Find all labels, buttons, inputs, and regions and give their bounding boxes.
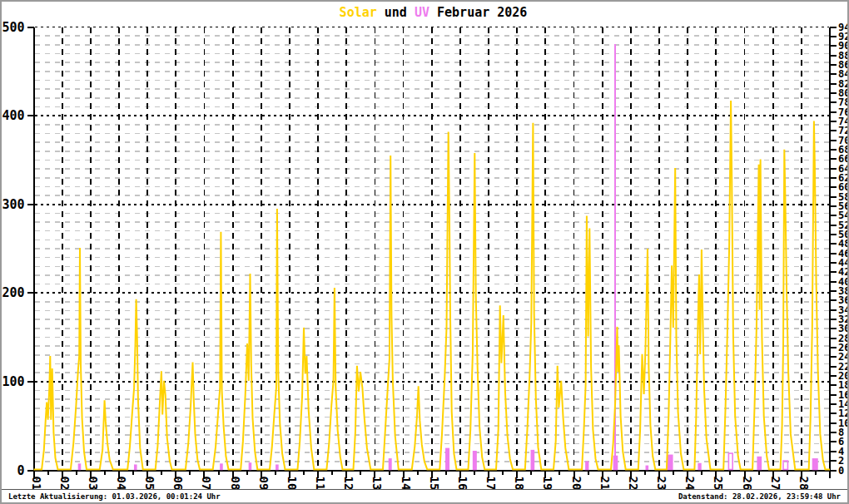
day-label: 15 <box>428 477 441 491</box>
uv-bar <box>135 465 137 469</box>
day-label: 08 <box>229 477 242 491</box>
day-label: 01 <box>30 477 43 491</box>
uv-bar <box>813 459 817 470</box>
left-axis-tick-label: 300 <box>2 197 24 212</box>
uv-bar <box>390 459 391 470</box>
day-label: 12 <box>342 477 355 491</box>
day-label: 06 <box>171 477 185 491</box>
day-label: 23 <box>655 477 668 491</box>
day-label: 21 <box>598 477 612 491</box>
day-label: 04 <box>115 477 128 491</box>
title-month-year: Februar 2026 <box>429 5 527 20</box>
day-label: 11 <box>314 477 327 491</box>
day-label: 24 <box>683 477 697 491</box>
uv-bar <box>668 455 672 469</box>
day-label: 26 <box>741 477 754 491</box>
day-label: 20 <box>570 477 583 491</box>
uv-bar <box>531 451 534 470</box>
uv-bar <box>474 452 476 470</box>
uv-bar <box>276 465 278 469</box>
day-label: 03 <box>87 477 100 491</box>
uv-bar <box>586 462 588 469</box>
left-axis-tick-label: 0 <box>17 463 24 478</box>
day-label: 22 <box>627 477 640 491</box>
left-axis-tick-label: 200 <box>2 285 24 300</box>
solar-uv-weather-chart: 0100200300400500024681012141618202224262… <box>0 0 849 504</box>
day-label: 28 <box>797 477 811 491</box>
left-axis-tick-label: 400 <box>2 108 24 123</box>
uv-bar <box>221 464 222 469</box>
day-label: 09 <box>257 477 271 491</box>
day-label: 05 <box>143 477 156 491</box>
left-axis-tick-label: 500 <box>2 20 24 35</box>
solar-series <box>34 101 831 470</box>
title-solar-word: Solar <box>340 5 377 20</box>
uv-bar <box>646 466 648 469</box>
day-label: 18 <box>513 477 526 491</box>
last-update-caption: Letzte Aktualisierung: 01.03.2026, 00:01… <box>8 492 221 501</box>
uv-bar <box>757 457 761 470</box>
day-label: 16 <box>456 477 469 491</box>
chart-canvas: 0100200300400500024681012141618202224262… <box>2 2 847 502</box>
right-axis-tick-label: 94 <box>838 22 847 33</box>
data-state-caption: Datenstand: 28.02.2026, 23:59:48 Uhr <box>678 492 841 501</box>
uv-bar <box>698 464 701 470</box>
uv-bar <box>249 463 251 470</box>
chart-title: Solar und UV Februar 2026 <box>35 5 832 20</box>
day-label: 13 <box>370 477 384 491</box>
day-label: 14 <box>400 477 413 491</box>
uv-bar <box>446 448 449 469</box>
title-uv-word: UV <box>415 5 429 20</box>
uv-bar <box>78 464 80 469</box>
day-label: 17 <box>484 477 498 491</box>
day-label: 25 <box>712 477 725 491</box>
uv-bar <box>783 461 787 469</box>
day-label: 02 <box>58 477 72 491</box>
day-label: 07 <box>200 477 213 491</box>
day-label: 27 <box>769 477 782 491</box>
title-und-word: und <box>377 5 415 20</box>
day-label: 19 <box>541 477 554 491</box>
left-axis-tick-label: 100 <box>2 374 24 389</box>
uv-bar <box>728 453 732 469</box>
day-label: 10 <box>285 477 299 491</box>
